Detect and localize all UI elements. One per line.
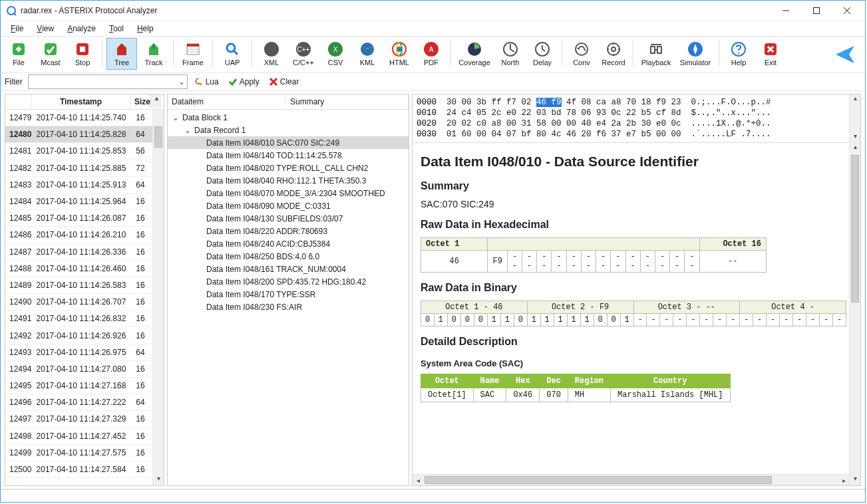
kml-icon [359,41,375,57]
toolbar-html[interactable]: HTML [384,38,415,70]
toolbar-north[interactable]: North [495,38,526,70]
tree-node[interactable]: Data Item I048/130 SUBFIELDS:03/07 [168,212,409,225]
vscrollbar[interactable]: ▾ [152,110,164,485]
packet-list-pane: Timestamp Size ▴ 124792017-04-10 11:14:2… [5,94,164,486]
mcast-icon [43,41,59,57]
tree-node[interactable]: Data Item I048/020 TYPE:ROLL_CALL CHN2 [168,162,409,174]
menu-file[interactable]: File [5,22,29,35]
col-summary[interactable]: Summary [286,94,409,109]
delay-icon [534,41,550,57]
help-icon [731,41,747,57]
toolbar-delay[interactable]: Delay [527,38,558,70]
packet-row[interactable]: 124932017-04-10 11:14:26.97564 [5,344,152,361]
scroll-down-icon[interactable]: ▾ [153,475,164,485]
hex-vscroll[interactable]: ▴▾ [849,94,860,143]
tree-node[interactable]: Data Item I048/161 TRACK_NUM:0004 [168,263,409,275]
record-icon [606,41,621,57]
packet-row[interactable]: 124872017-04-10 11:14:26.33616 [5,244,152,261]
toolbar-kml[interactable]: KML [352,38,383,70]
xml-icon [263,41,279,57]
packet-row[interactable]: 124842017-04-10 11:14:25.96416 [5,193,152,210]
menu-analyze[interactable]: Analyze [61,22,102,35]
packet-row[interactable]: 124922017-04-10 11:14:26.92616 [5,327,152,344]
toolbar-mcast[interactable]: Mcast [35,38,66,70]
col-dataitem[interactable]: Dataitem [168,94,286,109]
play-icon [648,41,664,57]
toolbar-stop[interactable]: Stop [67,38,98,70]
toolbar-uap[interactable]: UAP [217,38,248,70]
tree-node[interactable]: Data Item I048/140 TOD:11:14:25.578 [168,149,409,162]
lua-button[interactable]: Lua [192,77,222,86]
packet-row[interactable]: 124992017-04-10 11:14:27.57516 [5,445,152,461]
toolbar-record[interactable]: Record [598,38,629,70]
tree-node[interactable]: Data Item I048/240 ACID:CBJ5384 [168,237,409,250]
detail-hscroll[interactable]: ◂▸ [413,474,849,485]
tree-node[interactable]: Data Item I048/230 FS:AIR [168,301,409,313]
packet-row[interactable]: 124972017-04-10 11:14:27.32916 [5,411,152,428]
toolbar-pdf[interactable]: APDF [416,38,446,70]
cov-icon [466,41,482,57]
bin-table: Octet 1 - 46Octet 2 - F9Octet 3 - --Octe… [421,301,846,326]
stop-icon [75,41,90,57]
packet-row[interactable]: 124912017-04-10 11:14:26.83216 [5,311,152,327]
apply-button[interactable]: Apply [226,77,262,86]
packet-row[interactable]: 124952017-04-10 11:14:27.16816 [5,378,152,394]
toolbar-cov[interactable]: Coverage [455,38,494,70]
packet-row[interactable]: 124792017-04-10 11:14:25.74016 [5,110,152,126]
svg-line-17 [234,51,238,55]
packet-row[interactable]: 124812017-04-10 11:14:25.85356 [5,143,152,160]
tree-node[interactable]: Data Item I048/250 BDS:4,0 6,0 [168,250,409,263]
tree-node[interactable]: Data Item I048/070 MODE_3/A:2304 SMOOTHE… [168,187,409,199]
packet-row[interactable]: 124892017-04-10 11:14:26.58316 [5,277,152,294]
menu-view[interactable]: View [31,22,60,35]
chevron-down-icon: ⌄ [176,77,187,86]
packet-row[interactable]: 124852017-04-10 11:14:26.08716 [5,210,152,227]
tree-node[interactable]: Data Item I048/220 ADDR:780693 [168,225,409,237]
detail-vscroll[interactable]: ▴▾ [849,143,860,485]
toolbar-exit[interactable]: Exit [755,38,786,70]
col-size[interactable]: Size [130,94,150,109]
toolbar-play[interactable]: Playback [637,38,675,70]
scroll-up-icon[interactable]: ▴ [151,94,162,105]
packet-row[interactable]: 124822017-04-10 11:14:25.88572 [5,160,152,177]
toolbar-sim[interactable]: Simulator [676,38,715,70]
packet-row[interactable]: 125002017-04-10 11:14:27.58416 [5,461,152,478]
tree-node[interactable]: Data Item I048/200 SPD:435.72 HDG:180.42 [168,275,409,288]
tree-node[interactable]: Data Item I048/040 RHO:112.1 THETA:350.3 [168,174,409,187]
file-icon [11,41,27,57]
toolbar-help[interactable]: Help [723,38,754,70]
hex-dump[interactable]: 0000 30 00 3b ff f7 02 46 f9 4f 08 ca a8… [413,94,849,143]
minimize-button[interactable] [771,1,801,21]
tree-node[interactable]: Data Item I048/090 MODE_C:0331 [168,199,409,212]
packet-row[interactable]: 124882017-04-10 11:14:26.46016 [5,261,152,277]
toolbar-file[interactable]: File [3,38,34,70]
packet-row[interactable]: 124802017-04-10 11:14:25.82864 [5,126,152,143]
svg-point-18 [264,42,279,57]
tree-node[interactable]: Data Item I048/170 TYPE:SSR [168,288,409,301]
packet-row[interactable]: 124832017-04-10 11:14:25.91364 [5,177,152,193]
tree-node[interactable]: Data Item I048/010 SAC:070 SIC:249 [168,136,409,149]
packet-row[interactable]: 124982017-04-10 11:14:27.45216 [5,428,152,445]
menu-tool[interactable]: Tool [103,22,130,35]
svg-rect-35 [657,47,661,53]
filter-combo[interactable]: ⌄ [28,74,188,89]
toolbar-csv[interactable]: XCSV [320,38,351,70]
toolbar-tree[interactable]: Tree [106,38,137,70]
tree-node[interactable]: ⌄Data Block 1 [168,111,409,124]
tree-node[interactable]: ⌄Data Record 1 [168,124,409,136]
close-button[interactable] [832,1,862,21]
menu-help[interactable]: Help [131,22,160,35]
packet-row[interactable]: 124942017-04-10 11:14:27.08016 [5,361,152,378]
clear-button[interactable]: Clear [266,77,302,86]
toolbar-frame[interactable]: Frame [178,38,208,70]
toolbar-cpp[interactable]: C++C/C++ [288,38,319,70]
svg-rect-9 [80,47,85,52]
packet-row[interactable]: 124902017-04-10 11:14:26.70716 [5,294,152,311]
packet-row[interactable]: 124862017-04-10 11:14:26.21016 [5,227,152,243]
packet-row[interactable]: 124962017-04-10 11:14:27.22264 [5,394,152,411]
col-timestamp[interactable]: Timestamp [32,94,130,109]
toolbar-xml[interactable]: XML [256,38,287,70]
maximize-button[interactable] [801,1,832,21]
toolbar-conv[interactable]: Conv [566,38,597,70]
toolbar-track[interactable]: Track [138,38,169,70]
